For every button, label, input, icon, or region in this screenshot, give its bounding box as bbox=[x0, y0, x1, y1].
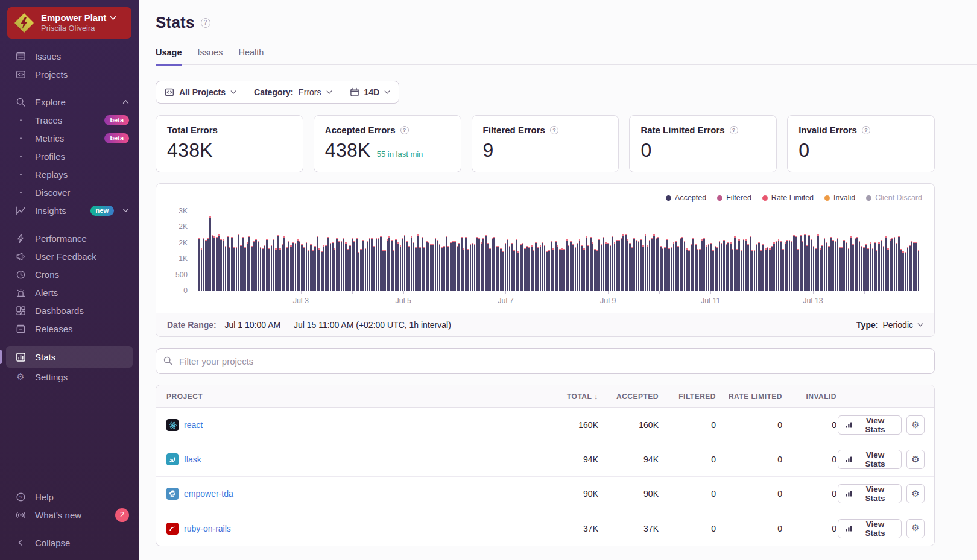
sidebar: Empower Plant Priscila Oliveira Issues P… bbox=[0, 0, 139, 560]
cell-total: 160K bbox=[527, 420, 599, 430]
sidebar-item-crons[interactable]: Crons bbox=[0, 265, 139, 283]
org-logo-icon bbox=[13, 12, 35, 34]
table-row: react 160K 160K 0 0 0 View Stats ⚙ bbox=[156, 408, 934, 442]
stat-card-total-errors: Total Errors 438K bbox=[156, 115, 303, 172]
line-chart-icon bbox=[14, 206, 27, 216]
view-stats-button[interactable]: View Stats bbox=[838, 519, 902, 538]
project-settings-button[interactable]: ⚙ bbox=[906, 450, 925, 469]
search-input[interactable] bbox=[156, 348, 935, 374]
column-header-rate-limited[interactable]: RATE LIMITED bbox=[717, 392, 783, 401]
lightning-icon bbox=[14, 233, 27, 244]
help-circle-icon[interactable] bbox=[730, 126, 738, 134]
sidebar-item-settings[interactable]: ⚙ Settings bbox=[0, 368, 139, 386]
sidebar-item-issues[interactable]: Issues bbox=[0, 47, 139, 65]
stat-card-value: 0 bbox=[798, 139, 809, 162]
org-switcher[interactable]: Empower Plant Priscila Oliveira bbox=[7, 7, 131, 39]
project-settings-button[interactable]: ⚙ bbox=[906, 519, 925, 538]
legend-item-accepted[interactable]: Accepted bbox=[666, 193, 706, 202]
help-circle-icon[interactable] bbox=[201, 18, 210, 28]
help-circle-icon[interactable] bbox=[400, 126, 409, 134]
sidebar-item-collapse[interactable]: Collapse bbox=[0, 533, 139, 552]
legend-dot bbox=[666, 195, 671, 201]
legend-label: Rate Limited bbox=[771, 193, 814, 202]
sidebar-item-replays[interactable]: Replays bbox=[0, 165, 139, 183]
stat-card-value: 0 bbox=[640, 139, 651, 162]
gear-icon: ⚙ bbox=[911, 489, 919, 499]
sidebar-item-label: Alerts bbox=[35, 288, 58, 298]
react-platform-icon bbox=[166, 419, 179, 431]
type-dropdown[interactable]: Type: Periodic bbox=[856, 320, 923, 330]
project-settings-button[interactable]: ⚙ bbox=[906, 415, 925, 435]
legend-item-client-discard[interactable]: Client Discard bbox=[866, 193, 922, 202]
tab-usage[interactable]: Usage bbox=[156, 48, 182, 66]
legend-label: Client Discard bbox=[875, 193, 922, 202]
legend-dot bbox=[762, 195, 768, 201]
chevron-down-icon bbox=[326, 90, 332, 95]
sidebar-item-performance[interactable]: Performance bbox=[0, 229, 139, 247]
broadcast-icon bbox=[14, 510, 27, 520]
help-circle-icon[interactable] bbox=[550, 126, 558, 134]
view-stats-button[interactable]: View Stats bbox=[838, 415, 902, 435]
stat-card-title: Filtered Errors bbox=[483, 125, 545, 135]
cell-rate-limited: 0 bbox=[717, 524, 783, 533]
table-row: ruby-on-rails 37K 37K 0 0 0 View Stats ⚙ bbox=[156, 511, 934, 546]
table-row: empower-tda 90K 90K 0 0 0 View Stats ⚙ bbox=[156, 477, 934, 511]
sidebar-item-user-feedback[interactable]: User Feedback bbox=[0, 247, 139, 265]
sidebar-item-explore[interactable]: Explore bbox=[0, 93, 139, 111]
sidebar-item-whats-new[interactable]: What's new 2 bbox=[0, 506, 139, 524]
sidebar-item-profiles[interactable]: Profiles bbox=[0, 147, 139, 165]
sidebar-item-insights[interactable]: Insights new bbox=[0, 201, 139, 219]
sidebar-item-metrics[interactable]: Metrics beta bbox=[0, 129, 139, 147]
tab-issues[interactable]: Issues bbox=[198, 48, 223, 64]
sidebar-item-help[interactable]: ? Help bbox=[0, 488, 139, 506]
cell-invalid: 0 bbox=[783, 489, 838, 499]
sidebar-item-releases[interactable]: Releases bbox=[0, 319, 139, 338]
sidebar-item-traces[interactable]: Traces beta bbox=[0, 111, 139, 129]
beta-badge: beta bbox=[104, 115, 129, 125]
projects-icon bbox=[165, 87, 174, 97]
stat-card-rate-limited-errors: Rate Limited Errors 0 bbox=[629, 115, 777, 172]
sidebar-item-projects[interactable]: Projects bbox=[0, 65, 139, 83]
legend-label: Accepted bbox=[675, 193, 706, 202]
chevron-down-icon bbox=[110, 16, 116, 20]
column-header-invalid[interactable]: INVALID bbox=[783, 392, 838, 401]
help-circle-icon[interactable] bbox=[862, 126, 870, 134]
bar-chart-icon bbox=[846, 490, 852, 497]
project-link[interactable]: empower-tda bbox=[184, 489, 233, 499]
org-name: Empower Plant bbox=[41, 13, 106, 24]
stat-card-value: 9 bbox=[483, 139, 494, 162]
legend-item-rate-limited[interactable]: Rate Limited bbox=[762, 193, 814, 202]
view-stats-button[interactable]: View Stats bbox=[838, 484, 902, 503]
filter-bar: All Projects Category: Errors 14D bbox=[156, 81, 399, 104]
legend-item-filtered[interactable]: Filtered bbox=[717, 193, 751, 202]
column-header-project[interactable]: PROJECT bbox=[156, 392, 527, 401]
project-link[interactable]: flask bbox=[184, 455, 201, 464]
project-link[interactable]: react bbox=[184, 420, 203, 430]
sidebar-item-stats[interactable]: Stats bbox=[6, 346, 133, 368]
project-filter-dropdown[interactable]: All Projects bbox=[156, 81, 245, 103]
sidebar-item-alerts[interactable]: Alerts bbox=[0, 283, 139, 301]
date-range-label: Date Range: bbox=[167, 320, 217, 330]
date-range-dropdown[interactable]: 14D bbox=[341, 81, 399, 103]
tab-health[interactable]: Health bbox=[238, 48, 264, 64]
cell-invalid: 0 bbox=[783, 524, 838, 533]
view-stats-button[interactable]: View Stats bbox=[838, 450, 902, 469]
type-label: Type: bbox=[856, 320, 878, 330]
project-settings-button[interactable]: ⚙ bbox=[906, 484, 925, 503]
cell-total: 90K bbox=[527, 489, 599, 499]
column-header-accepted[interactable]: ACCEPTED bbox=[599, 392, 660, 401]
main-content: Stats Usage Issues Health All Projects C… bbox=[139, 0, 977, 560]
column-header-total[interactable]: TOTAL ↓ bbox=[527, 392, 599, 401]
sidebar-footer: ? Help What's new 2 Collapse bbox=[0, 488, 139, 560]
chevron-down-icon bbox=[122, 208, 129, 213]
sidebar-item-dashboards[interactable]: Dashboards bbox=[0, 301, 139, 319]
chart-legend: Accepted Filtered Rate Limited Invalid C… bbox=[167, 193, 923, 202]
sidebar-item-label: Projects bbox=[35, 69, 68, 80]
chevron-down-icon bbox=[230, 90, 236, 95]
project-link[interactable]: ruby-on-rails bbox=[184, 524, 231, 533]
sidebar-item-discover[interactable]: Discover bbox=[0, 183, 139, 201]
category-filter-dropdown[interactable]: Category: Errors bbox=[245, 81, 340, 103]
legend-item-invalid[interactable]: Invalid bbox=[824, 193, 855, 202]
column-header-filtered[interactable]: FILTERED bbox=[660, 392, 717, 401]
gear-icon: ⚙ bbox=[911, 421, 919, 430]
